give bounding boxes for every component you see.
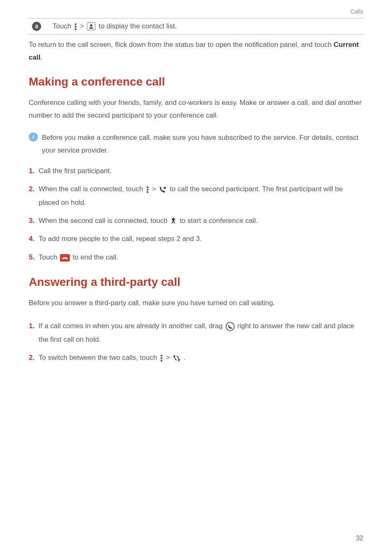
step-text-a: If a call comes in when you are already …: [39, 322, 225, 330]
step-text-a: When the second call is connected, touch: [39, 217, 169, 225]
svg-point-4: [90, 24, 92, 27]
conf-step-4: 4. To add more people to the call, repea…: [29, 232, 363, 246]
conf-step-5: 5. Touch to end the call.: [29, 251, 363, 264]
return-instruction: To return to the call screen, flick down…: [29, 39, 363, 64]
info-text: Before you make a conference call, make …: [42, 132, 363, 157]
step-text-b: to start a conference call.: [180, 217, 258, 225]
divider-bottom: [29, 34, 363, 35]
page-number: 32: [356, 535, 363, 542]
step-text-a: Touch: [39, 253, 59, 261]
svg-rect-5: [147, 186, 148, 188]
svg-rect-1: [75, 26, 76, 28]
third-party-intro: Before you answer a third-party call, ma…: [29, 297, 363, 310]
step-8-text-mid: >: [80, 22, 86, 30]
return-text-pre: To return to the call screen, flick down…: [29, 41, 334, 49]
svg-rect-7: [147, 191, 148, 193]
svg-rect-6: [147, 189, 148, 190]
step-number: 1.: [29, 320, 39, 333]
page-header-label: Calls: [29, 8, 363, 15]
svg-rect-2: [75, 28, 76, 30]
step-number: 1.: [29, 164, 39, 178]
step-text-b: >: [152, 185, 158, 193]
end-call-icon: [60, 251, 70, 264]
info-icon: i: [29, 132, 38, 141]
svg-rect-13: [161, 355, 162, 357]
step-number: 3.: [29, 214, 39, 227]
conf-step-3: 3. When the second call is connected, to…: [29, 214, 363, 228]
step-text: Call the first participant.: [39, 164, 363, 178]
info-callout: i Before you make a conference call, mak…: [29, 132, 363, 157]
conf-step-2: 2. When the call is connected, touch > t…: [29, 183, 363, 209]
svg-rect-0: [75, 23, 76, 25]
svg-point-12: [226, 322, 234, 331]
step-number: 5.: [29, 251, 39, 264]
svg-rect-14: [161, 357, 162, 359]
conf-step-1: 1. Call the first participant.: [29, 164, 363, 178]
swap-calls-icon: [173, 351, 181, 364]
svg-rect-15: [161, 360, 162, 361]
step-text-c: .: [184, 354, 186, 361]
step-8-text-pre: Touch: [53, 22, 73, 30]
merge-calls-icon: [170, 214, 177, 227]
step-text: To add more people to the call, repeat s…: [39, 232, 363, 246]
answer-call-drag-icon: [226, 320, 235, 333]
step-text-a: To switch between the two calls, touch: [39, 354, 159, 361]
return-text-post: .: [40, 53, 42, 61]
overflow-menu-icon: [146, 183, 149, 196]
step-text-b: to end the call.: [73, 253, 118, 261]
step-number: 2.: [29, 351, 39, 364]
third-party-heading: Answering a third-party call: [29, 276, 363, 289]
step-text-b: >: [166, 354, 172, 361]
third-step-2: 2. To switch between the two calls, touc…: [29, 351, 363, 365]
conference-call-intro: Conference calling with your friends, fa…: [29, 97, 363, 122]
step-text-a: When the call is connected, touch: [39, 185, 145, 193]
step-number: 4.: [29, 232, 39, 246]
step-number-badge-8: 8: [32, 22, 41, 31]
step-8-text-post: to display the contact list.: [99, 22, 177, 30]
overflow-menu-icon: [74, 22, 77, 30]
step-8-row: 8 Touch > to display the contact list.: [29, 19, 363, 34]
third-step-1: 1. If a call comes in when you are alrea…: [29, 320, 363, 346]
step-number: 2.: [29, 183, 39, 196]
conference-call-heading: Making a conference call: [29, 75, 363, 88]
add-call-icon: [159, 183, 167, 196]
overflow-menu-icon: [160, 351, 163, 364]
contact-list-icon: [87, 22, 96, 31]
